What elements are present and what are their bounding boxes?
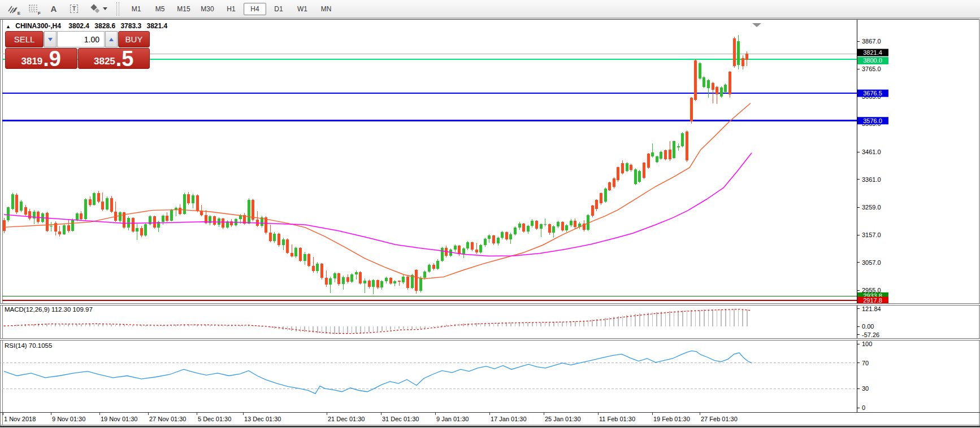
svg-text:3800.0: 3800.0 xyxy=(863,57,882,64)
timeframe-button-m15[interactable]: M15 xyxy=(172,3,195,15)
svg-text:3157.0: 3157.0 xyxy=(862,232,881,238)
ma-fast-line xyxy=(4,103,751,279)
price-axis[interactable]: 3867.03765.03665.03565.03461.03361.03259… xyxy=(857,20,881,412)
svg-text:0.00: 0.00 xyxy=(862,323,874,330)
ohlc-values: 3802.4 3828.6 3783.3 3821.4 xyxy=(68,22,171,30)
timeframe-button-mn[interactable]: MN xyxy=(315,3,337,15)
collapse-arrow-icon[interactable]: ▲ xyxy=(6,24,11,29)
svg-text:2917.8: 2917.8 xyxy=(863,297,882,304)
svg-text:30: 30 xyxy=(862,385,869,392)
svg-text:121.84: 121.84 xyxy=(862,305,881,312)
svg-text:19 Nov 01:30: 19 Nov 01:30 xyxy=(101,416,137,422)
main-toolbar: E F A T M1M5M15M30H1H4D1W1MN xyxy=(0,0,980,18)
time-axis[interactable]: 1 Nov 20189 Nov 01:3019 Nov 01:3027 Nov … xyxy=(0,413,980,427)
sell-price-display[interactable]: 3819.9 xyxy=(5,48,77,69)
grid-pattern-icon[interactable]: F xyxy=(25,2,42,16)
sell-button[interactable]: SELL xyxy=(5,31,44,47)
icon-letter: A xyxy=(51,4,57,14)
shapes-dropdown-icon[interactable] xyxy=(86,2,110,16)
timeframe-button-h4[interactable]: H4 xyxy=(244,3,266,15)
timeframe-button-m5[interactable]: M5 xyxy=(149,3,171,15)
close-value: 3821.4 xyxy=(146,22,167,30)
buy-price-main: 3825 xyxy=(94,56,115,67)
icon-sub-letter: F xyxy=(38,11,41,16)
svg-text:3259.0: 3259.0 xyxy=(862,204,881,211)
volume-increase-button[interactable] xyxy=(105,31,118,47)
svg-text:0: 0 xyxy=(862,404,865,411)
buy-button[interactable]: BUY xyxy=(118,31,150,47)
chevron-down-icon xyxy=(103,7,107,10)
timeframe-button-d1[interactable]: D1 xyxy=(267,3,290,15)
svg-text:-57.26: -57.26 xyxy=(862,331,879,338)
svg-text:100: 100 xyxy=(862,340,872,347)
text-label-icon[interactable]: A xyxy=(45,2,62,16)
bid-price-badge: 3821.4 xyxy=(857,49,888,56)
svg-text:13 Dec 01:30: 13 Dec 01:30 xyxy=(244,416,281,422)
chart-shift-marker-icon[interactable] xyxy=(752,23,761,27)
svg-text:3821.4: 3821.4 xyxy=(863,49,882,56)
buy-price-big: .5 xyxy=(116,50,134,67)
candles xyxy=(3,35,749,294)
chart-title: ▲ CHINA300-,H4 3802.4 3828.6 3783.3 3821… xyxy=(6,22,171,30)
one-click-trade-panel: SELL BUY 3819.9 3825.5 xyxy=(5,31,150,69)
svg-text:11 Feb 01:30: 11 Feb 01:30 xyxy=(599,416,635,422)
svg-text:1 Nov 2018: 1 Nov 2018 xyxy=(4,416,36,422)
text-box-icon[interactable]: T xyxy=(66,2,83,16)
svg-text:9 Nov 01:30: 9 Nov 01:30 xyxy=(52,416,85,422)
svg-text:27 Nov 01:30: 27 Nov 01:30 xyxy=(149,416,186,422)
svg-text:MACD(12,26,9) 112.30 109.97: MACD(12,26,9) 112.30 109.97 xyxy=(5,306,93,313)
icon-sub-letter: E xyxy=(18,11,20,16)
indicator-hatch-icon[interactable]: E xyxy=(5,2,21,16)
svg-text:5 Dec 01:30: 5 Dec 01:30 xyxy=(198,416,231,422)
triangle-down-icon xyxy=(48,38,53,41)
symbol-label: CHINA300-,H4 xyxy=(15,22,61,30)
ma-slow-line xyxy=(4,153,752,256)
timeframe-button-m1[interactable]: M1 xyxy=(125,3,148,15)
svg-text:3867.0: 3867.0 xyxy=(862,38,881,45)
svg-text:3361.0: 3361.0 xyxy=(862,176,881,183)
svg-text:3765.0: 3765.0 xyxy=(862,65,881,72)
svg-text:9 Jan 01:30: 9 Jan 01:30 xyxy=(436,416,469,422)
triangle-up-icon xyxy=(109,38,114,41)
sell-price-main: 3819 xyxy=(21,56,42,67)
buy-price-display[interactable]: 3825.5 xyxy=(78,48,150,69)
timeframe-group: M1M5M15M30H1H4D1W1MN xyxy=(125,3,339,15)
svg-text:19 Feb 01:30: 19 Feb 01:30 xyxy=(653,416,690,422)
svg-text:3676.5: 3676.5 xyxy=(863,90,882,97)
svg-text:21 Dec 01:30: 21 Dec 01:30 xyxy=(328,416,365,422)
toolbar-separator xyxy=(116,2,119,16)
open-value: 3802.4 xyxy=(68,22,89,30)
timeframe-button-h1[interactable]: H1 xyxy=(220,3,242,15)
svg-text:3576.0: 3576.0 xyxy=(863,117,882,124)
svg-text:27 Feb 01:30: 27 Feb 01:30 xyxy=(701,416,738,422)
svg-text:3461.0: 3461.0 xyxy=(862,149,881,155)
svg-text:RSI(14) 70.1055: RSI(14) 70.1055 xyxy=(5,342,52,349)
low-value: 3783.3 xyxy=(120,22,141,30)
svg-text:31 Dec 01:30: 31 Dec 01:30 xyxy=(382,416,419,422)
rsi-pane[interactable]: RSI(14) 70.105510070300 xyxy=(0,340,980,413)
volume-decrease-button[interactable] xyxy=(44,31,57,47)
timeframe-button-m30[interactable]: M30 xyxy=(196,3,219,15)
timeframe-button-w1[interactable]: W1 xyxy=(291,3,314,15)
icon-letter: T xyxy=(70,5,79,13)
sell-price-big: .9 xyxy=(43,50,61,67)
svg-text:25 Jan 01:30: 25 Jan 01:30 xyxy=(545,416,581,422)
volume-input[interactable] xyxy=(57,31,105,47)
svg-text:3057.0: 3057.0 xyxy=(862,259,881,266)
pane-separators[interactable] xyxy=(0,303,980,340)
svg-text:70: 70 xyxy=(862,360,869,366)
svg-text:17 Jan 01:30: 17 Jan 01:30 xyxy=(491,416,527,422)
macd-pane[interactable]: MACD(12,26,9) 112.30 109.97121.840.00-57… xyxy=(3,305,881,338)
high-value: 3828.6 xyxy=(94,22,115,30)
